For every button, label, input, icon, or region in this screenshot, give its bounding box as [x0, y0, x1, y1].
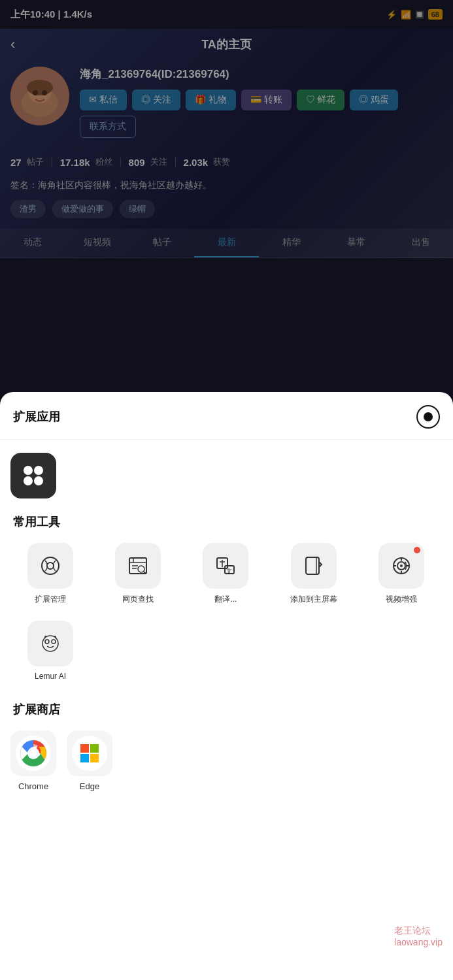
svg-point-9 — [34, 476, 43, 485]
edge-icon-wrap — [67, 730, 112, 776]
svg-rect-41 — [80, 754, 89, 762]
watermark-text1: 老王论坛 — [394, 925, 443, 937]
tool-video-enhance-icon-wrap — [378, 543, 424, 589]
pinned-app-dots[interactable] — [10, 453, 56, 498]
tool-extension-manager[interactable]: 扩展管理 — [10, 543, 90, 605]
tool-web-find[interactable]: 网页查找 — [98, 543, 178, 605]
svg-rect-42 — [90, 754, 99, 762]
tool-video-enhance[interactable]: 视频增强 — [361, 543, 441, 605]
store-chrome-label: Chrome — [18, 781, 48, 791]
bottom-sheet: 扩展应用 常用工具 — [0, 392, 453, 980]
watermark: 老王论坛 laowang.vip — [394, 925, 443, 947]
add-homescreen-icon — [303, 555, 324, 576]
svg-text:文: 文 — [226, 568, 232, 574]
translate-icon: 文 — [215, 555, 236, 576]
tool-add-homescreen[interactable]: 添加到主屏幕 — [274, 543, 354, 605]
svg-point-28 — [400, 564, 403, 567]
svg-point-8 — [24, 476, 33, 485]
edge-app-icon — [72, 736, 107, 771]
tool-web-find-icon-wrap — [115, 543, 161, 589]
web-find-icon — [127, 555, 148, 576]
record-dot-icon — [424, 412, 433, 421]
tools-grid-2: Lemur AI — [0, 621, 453, 696]
lemur-ai-icon — [40, 633, 61, 654]
watermark-text2: laowang.vip — [394, 937, 443, 947]
chrome-icon-wrap — [10, 730, 56, 776]
store-item-chrome[interactable]: Chrome — [10, 730, 56, 791]
tool-translate[interactable]: 文 翻译... — [186, 543, 265, 605]
svg-rect-24 — [306, 557, 319, 574]
tool-translate-icon-wrap: 文 — [203, 543, 248, 589]
svg-point-30 — [45, 640, 49, 644]
expand-apps-title: 扩展应用 — [13, 409, 60, 425]
svg-rect-39 — [80, 744, 89, 753]
svg-point-10 — [42, 557, 59, 574]
svg-point-11 — [47, 563, 54, 569]
svg-point-31 — [52, 640, 56, 644]
chrome-app-icon — [16, 736, 51, 771]
tool-translate-label: 翻译... — [214, 594, 237, 605]
tool-lemur-ai-label: Lemur AI — [35, 672, 66, 681]
video-enhance-icon — [391, 555, 412, 576]
tool-web-find-label: 网页查找 — [122, 594, 154, 605]
sheet-header: 扩展应用 — [0, 405, 453, 440]
tool-lemur-ai[interactable]: Lemur AI — [10, 621, 90, 681]
tools-grid: 扩展管理 网页查找 — [0, 543, 453, 621]
tool-add-homescreen-icon-wrap — [291, 543, 337, 589]
tool-add-homescreen-label: 添加到主屏幕 — [290, 594, 337, 605]
record-button[interactable] — [416, 405, 440, 429]
store-edge-label: Edge — [80, 781, 99, 791]
extension-manager-icon — [40, 555, 61, 576]
tool-extension-manager-icon-wrap — [27, 543, 73, 589]
svg-point-7 — [34, 466, 43, 475]
svg-rect-40 — [90, 744, 99, 753]
tool-lemur-ai-icon-wrap — [27, 621, 73, 666]
tool-extension-manager-label: 扩展管理 — [35, 594, 66, 605]
tool-video-enhance-label: 视频增强 — [386, 594, 417, 605]
svg-point-38 — [72, 736, 107, 771]
pinned-apps-section — [0, 453, 453, 514]
store-item-edge[interactable]: Edge — [67, 730, 112, 791]
dots-app-icon — [20, 463, 46, 489]
store-grid: Chrome Edge — [0, 730, 453, 791]
svg-point-6 — [24, 466, 33, 475]
svg-point-37 — [29, 749, 37, 757]
svg-point-17 — [138, 566, 144, 572]
common-tools-title: 常用工具 — [0, 514, 453, 543]
store-title: 扩展商店 — [0, 696, 453, 730]
